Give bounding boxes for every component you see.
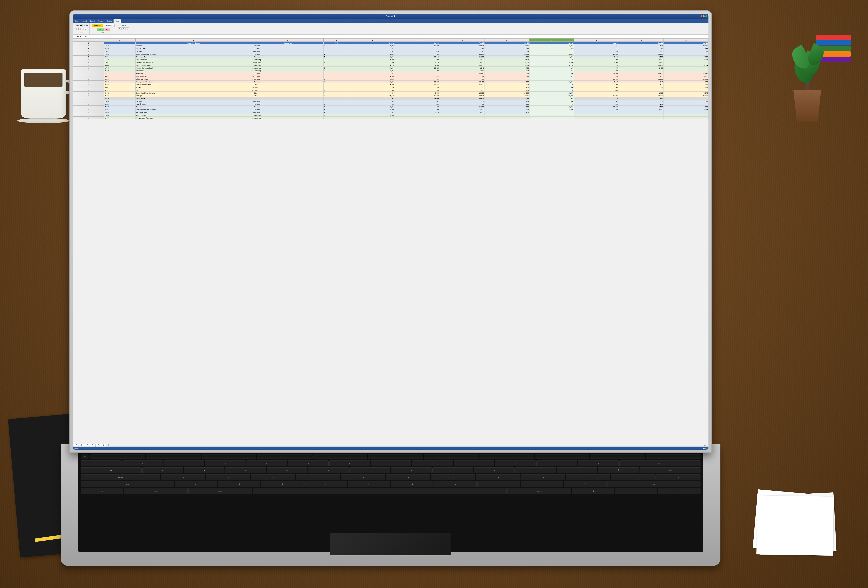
cell-feb16[interactable]: [440, 116, 485, 119]
cell-name[interactable]: Communication Total: [136, 83, 252, 86]
cell-no[interactable]: [104, 42, 136, 44]
cell-dec15[interactable]: 12,662: [350, 81, 395, 83]
cell-cat[interactable]: Categories: [252, 42, 323, 44]
cell-cat[interactable]: 3-Commu: [252, 81, 323, 83]
cell-apr16[interactable]: 16,392: [529, 94, 574, 97]
cell-jun16[interactable]: 4,252: [619, 58, 664, 61]
cell-mar16[interactable]: 1,090: [484, 75, 529, 78]
cell-unit[interactable]: [323, 97, 350, 100]
f6-key[interactable]: [368, 454, 423, 459]
cell-feb16[interactable]: 1,245: [440, 69, 485, 72]
cell-name[interactable]: Market Research Total: [136, 67, 252, 69]
cell-unit[interactable]: 2: [323, 94, 350, 97]
cell-feb16[interactable]: 10,674: [440, 94, 485, 97]
cell-jun16[interactable]: 10,292: [619, 64, 664, 67]
cell-unit[interactable]: 0: [323, 47, 350, 50]
cell-apr16[interactable]: 425: [529, 75, 574, 78]
cell-unit[interactable]: 0: [323, 100, 350, 103]
option-right-key[interactable]: option: [507, 488, 571, 494]
cell-may16[interactable]: 456: [574, 103, 619, 106]
cell-apr16[interactable]: 1,200: [529, 108, 574, 111]
col-header-b[interactable]: B: [136, 38, 252, 42]
cell-cat[interactable]: 4-Other: [252, 94, 323, 97]
cell-no[interactable]: 32664: [104, 78, 136, 81]
sheet-tab-1[interactable]: Sheet 1: [74, 444, 84, 447]
cell-jan16[interactable]: 532: [395, 75, 440, 78]
f7-key[interactable]: [424, 454, 478, 459]
cell-jul16[interactable]: 4,809: [664, 106, 709, 108]
cell-dec15[interactable]: 527: [350, 111, 395, 114]
cell-cat[interactable]: 2-Marketing: [252, 64, 323, 67]
cell-no[interactable]: 23674: [104, 111, 136, 114]
cell-may16[interactable]: 374: [574, 44, 619, 47]
cell-jul16[interactable]: [664, 69, 709, 72]
cell-no[interactable]: 14678: [104, 58, 136, 61]
cell-dec15[interactable]: Dec-15: [350, 42, 395, 44]
cell-jan16[interactable]: 1,136: [395, 91, 440, 94]
cell-mar16[interactable]: 200: [484, 83, 529, 86]
cell-cat[interactable]: 1-Personal: [252, 56, 323, 58]
col-header-d[interactable]: D: [323, 38, 350, 42]
comma-button[interactable]: ,: [126, 27, 129, 30]
right-arrow-key[interactable]: ▶: [658, 488, 700, 494]
cell-cat[interactable]: 2-Marketing: [252, 61, 323, 64]
cell-jul16[interactable]: 133: [664, 47, 709, 50]
cell-cat[interactable]: 2-Marketing: [252, 116, 323, 119]
cell-cat[interactable]: 4-Other: [252, 91, 323, 94]
comma-key[interactable]: ,: [477, 481, 520, 487]
cell-jun16[interactable]: 1,500: [619, 56, 664, 58]
cell-name[interactable]: Other Total: [136, 97, 252, 100]
cell-unit[interactable]: 0: [323, 44, 350, 47]
cell-jun16[interactable]: 24,890: [619, 72, 664, 75]
cell-mar16[interactable]: [484, 116, 529, 119]
cell-jan16[interactable]: Jan-16: [395, 42, 440, 44]
cell-dec15[interactable]: 521: [350, 50, 395, 53]
y-key[interactable]: Y: [350, 467, 390, 473]
cell-jan16[interactable]: 347: [395, 47, 440, 50]
cell-may16[interactable]: [574, 114, 619, 116]
font-size-select[interactable]: 10: [83, 24, 89, 27]
cell-apr16[interactable]: 580: [529, 58, 574, 61]
cell-dec15[interactable]: 6,000: [350, 58, 395, 61]
slash-key[interactable]: /: [564, 481, 607, 487]
capslock-key[interactable]: caps lock: [81, 475, 160, 480]
cell-feb16[interactable]: 12,416: [440, 81, 485, 83]
cell-mar16[interactable]: Mar-16: [484, 42, 529, 44]
cell-feb16[interactable]: [440, 114, 485, 116]
cell-dec15[interactable]: 345: [350, 47, 395, 50]
backslash-key[interactable]: \: [656, 475, 700, 480]
cell-mar16[interactable]: 13,095: [484, 44, 529, 47]
cell-name[interactable]: Travel: [136, 86, 252, 89]
cell-may16[interactable]: 397: [574, 67, 619, 69]
cell-name[interactable]: Web Advertising: [136, 75, 252, 78]
cell-jun16[interactable]: 1,500: [619, 106, 664, 108]
f8-key[interactable]: [479, 454, 534, 459]
cell-unit[interactable]: 2: [323, 69, 350, 72]
cell-cat[interactable]: 1-Personal: [252, 111, 323, 114]
cell-cat[interactable]: 1-Personal: [252, 47, 323, 50]
cell-name[interactable]: Payroll taxes: [136, 103, 252, 106]
cell-feb16[interactable]: 34: [440, 78, 485, 81]
cell-no[interactable]: 10460: [104, 100, 136, 103]
cell-unit[interactable]: 2: [323, 89, 350, 91]
cell-mar16[interactable]: 8,000: [484, 61, 529, 64]
cell-may16[interactable]: 100: [574, 86, 619, 89]
power-key[interactable]: [646, 454, 700, 459]
cell-feb16[interactable]: 5,000: [440, 58, 485, 61]
cell-name[interactable]: Salaries: [136, 50, 252, 53]
cell-dec15[interactable]: 431: [350, 72, 395, 75]
cell-dec15[interactable]: 20,583: [350, 94, 395, 97]
cell-no[interactable]: 06342: [104, 83, 136, 86]
cell-jun16[interactable]: 247: [619, 81, 664, 83]
cell-jan16[interactable]: [395, 116, 440, 119]
cell-jan16[interactable]: 434: [395, 103, 440, 106]
sheet-tab-2[interactable]: Sheet 2: [85, 444, 95, 447]
cell-apr16[interactable]: 900: [529, 86, 574, 89]
cell-jul16[interactable]: 24,786: [664, 94, 709, 97]
cell-jan16[interactable]: 431: [395, 72, 440, 75]
equals-key[interactable]: =: [578, 460, 619, 466]
cell-name[interactable]: Commissions and bonuses: [136, 53, 252, 56]
cell-jun16[interactable]: 20,775: [619, 94, 664, 97]
touchpad[interactable]: [330, 533, 451, 556]
cell-unit[interactable]: 2: [323, 114, 350, 116]
